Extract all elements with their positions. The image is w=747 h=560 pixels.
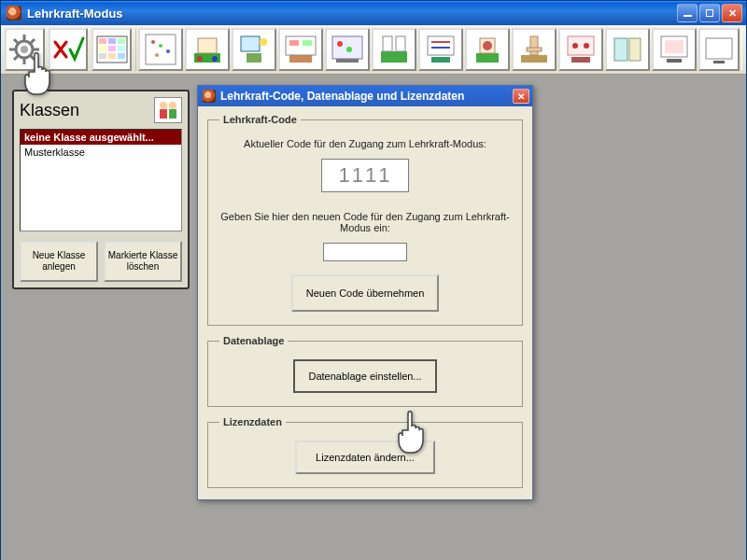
svg-rect-14	[108, 38, 116, 44]
dialog-close-button[interactable]: ✕	[513, 89, 529, 104]
toolbar-activity-4[interactable]	[278, 28, 323, 71]
svg-rect-46	[431, 57, 450, 63]
svg-point-39	[337, 41, 343, 47]
toolbar-grid-button[interactable]	[92, 28, 132, 71]
svg-point-9	[21, 46, 28, 53]
grid-icon	[95, 33, 129, 66]
toolbar-activity-3[interactable]	[232, 28, 276, 71]
svg-point-25	[166, 49, 170, 53]
fieldset-datenablage: Datenablage Datenablage einstellen...	[207, 335, 523, 407]
legend-lehrkraft-code: Lehrkraft-Code	[219, 114, 301, 125]
legend-lizenzdaten: Lizenzdaten	[219, 416, 286, 427]
new-code-input[interactable]	[323, 243, 407, 261]
klassen-list-selected[interactable]: keine Klasse ausgewählt...	[21, 130, 181, 145]
maximize-button[interactable]	[699, 4, 720, 22]
toolbar-activity-5[interactable]	[325, 28, 370, 71]
svg-rect-32	[247, 53, 261, 63]
svg-rect-31	[241, 36, 260, 51]
toolbar-activity-6[interactable]	[372, 28, 416, 71]
svg-rect-13	[99, 38, 106, 44]
svg-rect-60	[629, 38, 641, 61]
svg-rect-34	[289, 55, 312, 63]
new-klasse-button[interactable]: Neue Klasse anlegen	[20, 241, 98, 282]
svg-rect-17	[108, 46, 116, 51]
svg-point-29	[197, 56, 203, 62]
activity-icon-9	[517, 33, 551, 66]
apply-code-button[interactable]: Neuen Code übernehmen	[291, 274, 440, 312]
activity-icon-11	[611, 33, 644, 66]
activity-icon-3	[237, 33, 271, 66]
svg-rect-22	[146, 35, 176, 64]
svg-rect-53	[530, 36, 538, 55]
lizenzdaten-button[interactable]: Lizenzdaten ändern...	[295, 441, 435, 474]
klassen-panel: Klassen keine Klasse ausgewählt... Muste…	[12, 90, 190, 289]
svg-rect-16	[99, 46, 106, 51]
window-title: Lehrkraft-Modus	[27, 7, 677, 21]
dialog-app-icon	[203, 90, 216, 103]
close-button[interactable]: ✕	[722, 4, 742, 22]
toolbar-activity-1[interactable]	[138, 28, 183, 71]
toolbar-activity-9[interactable]	[512, 28, 557, 71]
svg-rect-54	[527, 48, 542, 51]
toolbar-activity-2[interactable]	[185, 28, 230, 71]
svg-line-7	[31, 39, 35, 43]
svg-rect-18	[118, 46, 125, 51]
cross-check-icon	[51, 33, 85, 66]
klassen-list-item[interactable]: Musterklasse	[21, 145, 181, 160]
toolbar-cancel-ok-button[interactable]	[49, 28, 89, 71]
svg-rect-28	[198, 38, 217, 53]
activity-icon-13	[702, 33, 736, 66]
svg-point-57	[572, 43, 578, 49]
svg-rect-43	[383, 36, 392, 51]
activity-icon-1	[144, 33, 177, 66]
minimize-button[interactable]	[677, 4, 698, 22]
svg-point-51	[483, 41, 492, 50]
svg-point-23	[151, 40, 155, 44]
svg-rect-55	[568, 36, 594, 55]
svg-point-58	[584, 43, 589, 49]
svg-line-6	[31, 56, 35, 60]
toolbar-activity-13[interactable]	[698, 28, 740, 71]
svg-rect-68	[160, 109, 167, 119]
current-code-label: Aktueller Code für den Zugang zum Lehrkr…	[219, 138, 511, 149]
svg-rect-20	[108, 53, 116, 59]
svg-rect-49	[476, 53, 499, 63]
new-code-label: Geben Sie hier den neuen Code für den Zu…	[219, 211, 511, 233]
activity-icon-8	[471, 33, 504, 66]
kids-icon	[157, 100, 179, 120]
svg-rect-45	[428, 36, 454, 55]
svg-point-30	[212, 56, 218, 62]
svg-rect-21	[118, 53, 125, 59]
svg-point-66	[160, 102, 167, 109]
activity-icon-12	[657, 33, 691, 66]
svg-point-24	[159, 44, 162, 48]
dialog-title: Lehrkraft-Code, Datenablage und Lizenzda…	[220, 90, 513, 103]
svg-rect-52	[521, 55, 547, 63]
klassen-list[interactable]: keine Klasse ausgewählt... Musterklasse	[20, 129, 182, 231]
svg-rect-69	[169, 109, 176, 119]
svg-point-40	[346, 47, 352, 52]
datenablage-button[interactable]: Datenablage einstellen...	[293, 359, 436, 393]
svg-rect-64	[706, 38, 732, 59]
svg-rect-44	[396, 36, 405, 51]
toolbar-activity-7[interactable]	[418, 28, 463, 71]
toolbar-activity-12[interactable]	[652, 28, 697, 71]
activity-icon-10	[564, 33, 598, 66]
activity-icon-4	[284, 33, 317, 66]
dialog-titlebar: Lehrkraft-Code, Datenablage und Lizenzda…	[198, 86, 532, 106]
activity-icon-7	[424, 33, 458, 66]
svg-rect-36	[289, 40, 299, 46]
toolbar-activity-8[interactable]	[465, 28, 510, 71]
toolbar-activity-11[interactable]	[605, 28, 650, 71]
titlebar: Lehrkraft-Modus ✕	[1, 1, 746, 25]
toolbar-gear-button[interactable]	[5, 28, 45, 71]
svg-rect-65	[713, 61, 725, 63]
legend-datenablage: Datenablage	[219, 335, 288, 346]
delete-klasse-button[interactable]: Markierte Klasse löschen	[104, 241, 182, 282]
toolbar-activity-10[interactable]	[558, 28, 603, 71]
svg-rect-62	[665, 40, 684, 53]
app-icon	[7, 6, 21, 21]
current-code-display: 1111	[321, 159, 410, 192]
svg-rect-56	[571, 57, 590, 63]
svg-line-8	[14, 56, 18, 60]
